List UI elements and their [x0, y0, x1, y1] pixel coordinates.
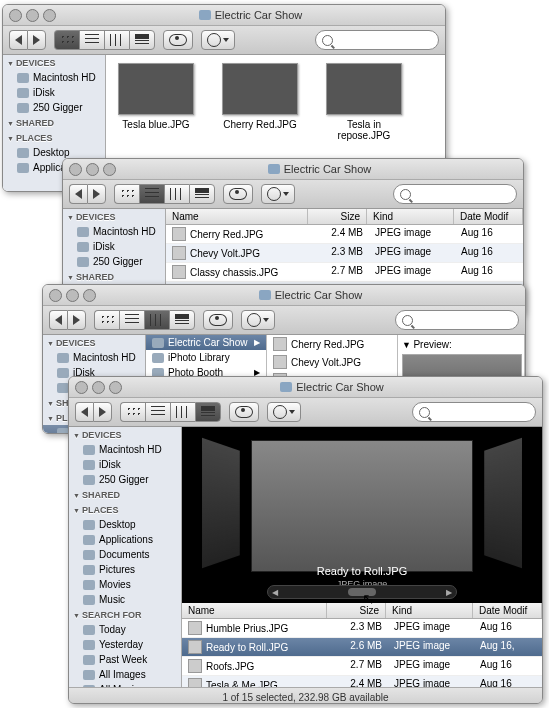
quicklook-button[interactable] [203, 310, 233, 330]
titlebar[interactable]: Electric Car Show [43, 285, 525, 306]
sidebar-item[interactable]: Macintosh HD [3, 70, 105, 85]
column-item[interactable]: Chevy Volt.JPG [267, 353, 397, 371]
action-button[interactable] [261, 184, 295, 204]
col-date[interactable]: Date Modif [454, 209, 523, 224]
sidebar-header-shared[interactable]: SHARED [63, 269, 165, 284]
col-size[interactable]: Size [308, 209, 367, 224]
sidebar-item[interactable]: All Movies [69, 682, 181, 687]
sidebar-item[interactable]: Macintosh HD [69, 442, 181, 457]
sidebar-header-places[interactable]: PLACES [69, 502, 181, 517]
sidebar-header-devices[interactable]: DEVICES [43, 335, 145, 350]
sidebar-item[interactable]: iDisk [69, 457, 181, 472]
close-icon[interactable] [9, 9, 22, 22]
sidebar-item[interactable]: Music [69, 592, 181, 607]
view-coverflow-button[interactable] [169, 310, 195, 330]
sidebar-item[interactable]: iDisk [63, 239, 165, 254]
action-button[interactable] [267, 402, 301, 422]
search-field[interactable] [395, 310, 519, 330]
back-button[interactable] [9, 30, 27, 50]
sidebar-item[interactable]: Today [69, 622, 181, 637]
sidebar-header-devices[interactable]: DEVICES [69, 427, 181, 442]
quicklook-button[interactable] [163, 30, 193, 50]
sidebar-item[interactable]: 250 Gigger [63, 254, 165, 269]
action-button[interactable] [241, 310, 275, 330]
close-icon[interactable] [69, 163, 82, 176]
view-icons-button[interactable] [114, 184, 139, 204]
action-button[interactable] [201, 30, 235, 50]
col-name[interactable]: Name [182, 603, 327, 618]
close-icon[interactable] [75, 381, 88, 394]
view-list-button[interactable] [119, 310, 144, 330]
table-row[interactable]: Classy chassis.JPG2.7 MBJPEG imageAug 16 [166, 263, 523, 282]
sidebar-header-places[interactable]: PLACES [3, 130, 105, 145]
forward-button[interactable] [67, 310, 86, 330]
table-row[interactable]: Ready to Roll.JPG2.6 MBJPEG imageAug 16, [182, 638, 542, 657]
view-coverflow-button[interactable] [195, 402, 221, 422]
view-list-button[interactable] [145, 402, 170, 422]
table-row[interactable]: Humble Prius.JPG2.3 MBJPEG imageAug 16 [182, 619, 542, 638]
view-list-button[interactable] [139, 184, 164, 204]
titlebar[interactable]: Electric Car Show [63, 159, 523, 180]
zoom-icon[interactable] [109, 381, 122, 394]
view-columns-button[interactable] [104, 30, 129, 50]
sidebar-item[interactable]: 250 Gigger [69, 472, 181, 487]
view-list-button[interactable] [79, 30, 104, 50]
view-coverflow-button[interactable] [129, 30, 155, 50]
titlebar[interactable]: Electric Car Show [69, 377, 542, 398]
view-columns-button[interactable] [164, 184, 189, 204]
coverflow-main-image[interactable] [252, 441, 472, 571]
zoom-icon[interactable] [83, 289, 96, 302]
quicklook-button[interactable] [223, 184, 253, 204]
sidebar-item[interactable]: Past Week [69, 652, 181, 667]
zoom-icon[interactable] [43, 9, 56, 22]
sidebar-item[interactable]: Applications [69, 532, 181, 547]
table-row[interactable]: Chevy Volt.JPG2.3 MBJPEG imageAug 16 [166, 244, 523, 263]
minimize-icon[interactable] [26, 9, 39, 22]
scroll-right-icon[interactable]: ▶ [446, 588, 452, 597]
col-name[interactable]: Name [166, 209, 308, 224]
col-kind[interactable]: Kind [386, 603, 473, 618]
back-button[interactable] [75, 402, 93, 422]
table-row[interactable]: Tesla & Me.JPG2.4 MBJPEG imageAug 16 [182, 676, 542, 687]
col-date[interactable]: Date Modif [473, 603, 542, 618]
view-icons-button[interactable] [54, 30, 79, 50]
close-icon[interactable] [49, 289, 62, 302]
file-item[interactable]: Tesla blue.JPG [116, 63, 196, 141]
col-size[interactable]: Size [327, 603, 386, 618]
table-row[interactable]: Roofs.JPG2.7 MBJPEG imageAug 16 [182, 657, 542, 676]
view-icons-button[interactable] [120, 402, 145, 422]
forward-button[interactable] [27, 30, 46, 50]
search-field[interactable] [412, 402, 536, 422]
sidebar-item[interactable]: Movies [69, 577, 181, 592]
sidebar-header-shared[interactable]: SHARED [69, 487, 181, 502]
table-row[interactable]: Cherry Red.JPG2.4 MBJPEG imageAug 16 [166, 225, 523, 244]
sidebar-item[interactable]: Desktop [69, 517, 181, 532]
coverflow-stage[interactable]: Ready to Roll.JPG JPEG image ◀▶ ↖ [182, 427, 542, 603]
sidebar-item[interactable]: Yesterday [69, 637, 181, 652]
search-field[interactable] [315, 30, 439, 50]
minimize-icon[interactable] [66, 289, 79, 302]
sidebar-item[interactable]: Macintosh HD [63, 224, 165, 239]
view-icons-button[interactable] [94, 310, 119, 330]
sidebar-item[interactable]: Documents [69, 547, 181, 562]
sidebar-header-devices[interactable]: DEVICES [3, 55, 105, 70]
sidebar-item[interactable]: Pictures [69, 562, 181, 577]
scroll-left-icon[interactable]: ◀ [272, 588, 278, 597]
sidebar-header-searchfor[interactable]: SEARCH FOR [69, 607, 181, 622]
view-coverflow-button[interactable] [189, 184, 215, 204]
file-item[interactable]: Tesla in repose.JPG [324, 63, 404, 141]
sidebar-item[interactable]: Macintosh HD [43, 350, 145, 365]
back-button[interactable] [49, 310, 67, 330]
minimize-icon[interactable] [86, 163, 99, 176]
view-columns-button[interactable] [144, 310, 169, 330]
column-item[interactable]: iPhoto Library [146, 350, 266, 365]
coverflow-side-image[interactable] [484, 438, 522, 568]
minimize-icon[interactable] [92, 381, 105, 394]
forward-button[interactable] [87, 184, 106, 204]
sidebar-header-shared[interactable]: SHARED [3, 115, 105, 130]
file-item[interactable]: Cherry Red.JPG [220, 63, 300, 141]
list-header[interactable]: Name Size Kind Date Modif [166, 209, 523, 225]
search-field[interactable] [393, 184, 517, 204]
sidebar-item[interactable]: All Images [69, 667, 181, 682]
sidebar-item[interactable]: iDisk [3, 85, 105, 100]
